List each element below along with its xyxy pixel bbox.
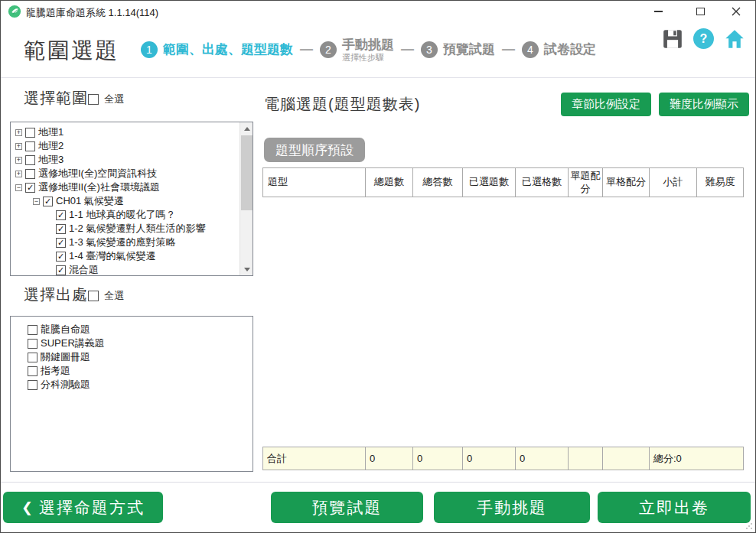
scroll-up-icon[interactable] bbox=[240, 122, 253, 135]
col-total-questions: 總題數 bbox=[366, 168, 413, 197]
total-score-value: 總分:0 bbox=[650, 447, 744, 470]
tree-item-label: 地理1 bbox=[38, 125, 64, 139]
selected-cells-value: 0 bbox=[516, 447, 569, 470]
source-select-all[interactable]: 全選 bbox=[88, 289, 124, 303]
wizard-stepper: 1 範圍、出處、題型題數 — 2 手動挑題 選擇性步驟 — 3 預覽試題 — 4… bbox=[141, 33, 596, 67]
col-difficulty: 難易度 bbox=[697, 168, 744, 197]
generate-paper-button[interactable]: 立即出卷 bbox=[598, 492, 751, 523]
save-button[interactable] bbox=[663, 29, 683, 49]
source-select-all-checkbox[interactable] bbox=[88, 291, 99, 301]
list-item[interactable]: 指考題 bbox=[11, 364, 253, 378]
tree-item-label: 1-3 氣候變遷的應對策略 bbox=[69, 236, 175, 249]
range-tree: + 地理1 + 地理2 + 地理3 + 選修地理I(全)空間資訊科技 − ✓ 選… bbox=[10, 122, 253, 276]
preview-questions-button[interactable]: 預覽試題 bbox=[271, 492, 423, 523]
tree-item[interactable]: + 選修地理I(全)空間資訊科技 bbox=[11, 167, 253, 180]
range-section-title: 選擇範圍 bbox=[24, 88, 88, 109]
expand-toggle-icon[interactable]: − bbox=[33, 198, 40, 205]
tree-item-label: 選修地理II(全)社會環境議題 bbox=[38, 180, 160, 194]
table-row: 合計 0 0 0 0 總分:0 bbox=[263, 447, 744, 470]
list-item[interactable]: SUPER講義題 bbox=[11, 336, 253, 350]
tree-item-checkbox[interactable] bbox=[25, 169, 35, 179]
source-checkbox[interactable] bbox=[28, 353, 37, 362]
expand-toggle-icon[interactable]: + bbox=[15, 143, 22, 150]
tree-item-label: 1-1 地球真的暖化了嗎？ bbox=[69, 208, 175, 222]
tree-item[interactable]: ✓ 1-3 氣候變遷的應對策略 bbox=[11, 236, 253, 249]
tree-item[interactable]: ✓ 混合題 bbox=[11, 263, 253, 276]
help-icon: ? bbox=[700, 32, 708, 46]
tree-item-label: 地理3 bbox=[38, 153, 64, 167]
source-label: 關鍵圖冊題 bbox=[41, 350, 90, 364]
question-order-preset-button[interactable]: 題型順序預設 bbox=[264, 138, 365, 162]
range-select-all-checkbox[interactable] bbox=[88, 94, 99, 105]
close-button[interactable] bbox=[723, 1, 749, 22]
tree-item[interactable]: − ✓ CH01 氣候變遷 bbox=[11, 194, 253, 208]
difficulty-ratio-button[interactable]: 難度比例顯示 bbox=[659, 93, 749, 116]
tree-item[interactable]: ✓ 1-1 地球真的暖化了嗎？ bbox=[11, 208, 253, 222]
tree-item-checkbox[interactable]: ✓ bbox=[56, 210, 66, 220]
tree-item-checkbox[interactable] bbox=[25, 128, 35, 138]
tree-item-checkbox[interactable]: ✓ bbox=[56, 238, 66, 248]
resize-grip[interactable] bbox=[745, 522, 753, 530]
step-dash: — bbox=[300, 42, 313, 57]
maximize-button[interactable] bbox=[687, 1, 713, 22]
tree-item-label: 1-2 氣候變遷對人類生活的影響 bbox=[69, 222, 205, 236]
tree-scrollbar[interactable] bbox=[240, 122, 253, 275]
tree-item[interactable]: − ✓ 選修地理II(全)社會環境議題 bbox=[11, 180, 253, 194]
tree-item-checkbox[interactable]: ✓ bbox=[56, 224, 66, 234]
tree-item[interactable]: + 地理1 bbox=[11, 125, 253, 139]
tree-item-checkbox[interactable]: ✓ bbox=[25, 183, 35, 193]
range-select-all[interactable]: 全選 bbox=[88, 93, 124, 106]
col-question-type: 題型 bbox=[263, 168, 366, 197]
source-label: 分科測驗題 bbox=[41, 378, 90, 392]
step-4-paper-setup: 4 試卷設定 bbox=[522, 41, 596, 58]
manual-pick-button[interactable]: 手動挑題 bbox=[434, 492, 590, 523]
page-title: 範圍選題 bbox=[24, 36, 119, 67]
tree-item-checkbox[interactable] bbox=[25, 141, 35, 151]
app-logo-icon bbox=[8, 5, 21, 18]
tree-item-checkbox[interactable]: ✓ bbox=[56, 252, 66, 262]
tree-item-label: CH01 氣候變遷 bbox=[56, 194, 124, 208]
col-selected-cells: 已選格數 bbox=[516, 168, 569, 197]
help-button[interactable]: ? bbox=[693, 28, 714, 49]
list-item[interactable]: 龍騰自命題 bbox=[11, 323, 253, 336]
tree-item[interactable]: + 地理2 bbox=[11, 139, 253, 153]
expand-toggle-icon[interactable]: − bbox=[15, 184, 22, 191]
tree-item[interactable]: + 地理3 bbox=[11, 153, 253, 167]
app-window: 龍騰題庫命題系統 1.1.14(114) 範圍選題 1 範圍、出處、題型題數 —… bbox=[0, 0, 756, 533]
source-checkbox[interactable] bbox=[28, 366, 37, 376]
step-dash: — bbox=[401, 42, 414, 57]
step-4-number: 4 bbox=[522, 41, 539, 58]
tree-item[interactable]: ✓ 1-2 氣候變遷對人類生活的影響 bbox=[11, 222, 253, 236]
tree-item-checkbox[interactable]: ✓ bbox=[56, 265, 66, 275]
totals-label: 合計 bbox=[263, 447, 366, 470]
scroll-down-icon[interactable] bbox=[240, 263, 253, 275]
tree-item-label: 選修地理I(全)空間資訊科技 bbox=[38, 167, 157, 180]
source-checkbox[interactable] bbox=[28, 339, 37, 349]
minimize-button[interactable] bbox=[645, 1, 671, 22]
expand-toggle-icon[interactable]: + bbox=[15, 129, 22, 136]
tree-item-label: 地理2 bbox=[38, 139, 64, 153]
tree-item-label: 1-4 臺灣的氣候變遷 bbox=[69, 249, 155, 263]
tree-item-checkbox[interactable] bbox=[25, 155, 35, 165]
scrollbar-thumb[interactable] bbox=[241, 135, 253, 210]
close-icon bbox=[732, 7, 741, 16]
back-to-mode-button[interactable]: ❮ 選擇命題方式 bbox=[3, 492, 163, 523]
bottom-divider bbox=[1, 482, 755, 483]
list-item[interactable]: 關鍵圖冊題 bbox=[11, 350, 253, 364]
back-button-label: 選擇命題方式 bbox=[39, 497, 145, 518]
col-selected-questions: 已選題數 bbox=[463, 168, 516, 197]
list-item[interactable]: 分科測驗題 bbox=[11, 378, 253, 392]
points-per-question-value bbox=[569, 447, 603, 470]
expand-toggle-icon[interactable]: + bbox=[15, 171, 22, 177]
chapter-ratio-button[interactable]: 章節比例設定 bbox=[561, 93, 651, 116]
tree-item[interactable]: ✓ 1-4 臺灣的氣候變遷 bbox=[11, 249, 253, 263]
home-button[interactable] bbox=[725, 29, 745, 49]
tree-item-checkbox[interactable]: ✓ bbox=[43, 197, 53, 206]
computer-select-title: 電腦選題(題型題數表) bbox=[264, 94, 420, 115]
source-checkbox[interactable] bbox=[28, 325, 37, 335]
question-type-table: 題型 總題數 總答數 已選題數 已選格數 單題配分 單格配分 小計 難易度 bbox=[262, 167, 744, 197]
expand-toggle-icon[interactable]: + bbox=[15, 157, 22, 164]
source-checkbox[interactable] bbox=[28, 380, 37, 390]
step-2-sublabel: 選擇性步驟 bbox=[342, 53, 394, 62]
totals-row-table: 合計 0 0 0 0 總分:0 bbox=[262, 447, 744, 470]
